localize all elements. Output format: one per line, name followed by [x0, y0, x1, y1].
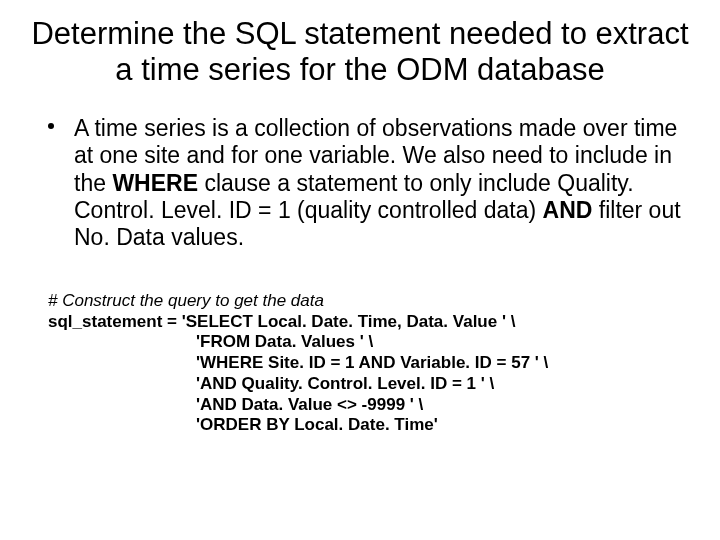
slide: Determine the SQL statement needed to ex…: [0, 0, 720, 540]
bullet-item: A time series is a collection of observa…: [30, 115, 690, 251]
code-line-3: 'WHERE Site. ID = 1 AND Variable. ID = 5…: [48, 353, 690, 374]
code-line-1: sql_statement = 'SELECT Local. Date. Tim…: [48, 312, 690, 333]
slide-title: Determine the SQL statement needed to ex…: [30, 16, 690, 87]
bullet-text-and: AND: [543, 197, 593, 223]
code-line-5: 'AND Data. Value <> -9999 ' \: [48, 395, 690, 416]
code-line-6: 'ORDER BY Local. Date. Time': [48, 415, 690, 436]
code-comment: # Construct the query to get the data: [48, 291, 690, 312]
bullet-dot-icon: [48, 123, 54, 129]
bullet-text-where: WHERE: [112, 170, 198, 196]
code-block: # Construct the query to get the data sq…: [30, 291, 690, 436]
code-line-2: 'FROM Data. Values ' \: [48, 332, 690, 353]
code-line-4: 'AND Quality. Control. Level. ID = 1 ' \: [48, 374, 690, 395]
